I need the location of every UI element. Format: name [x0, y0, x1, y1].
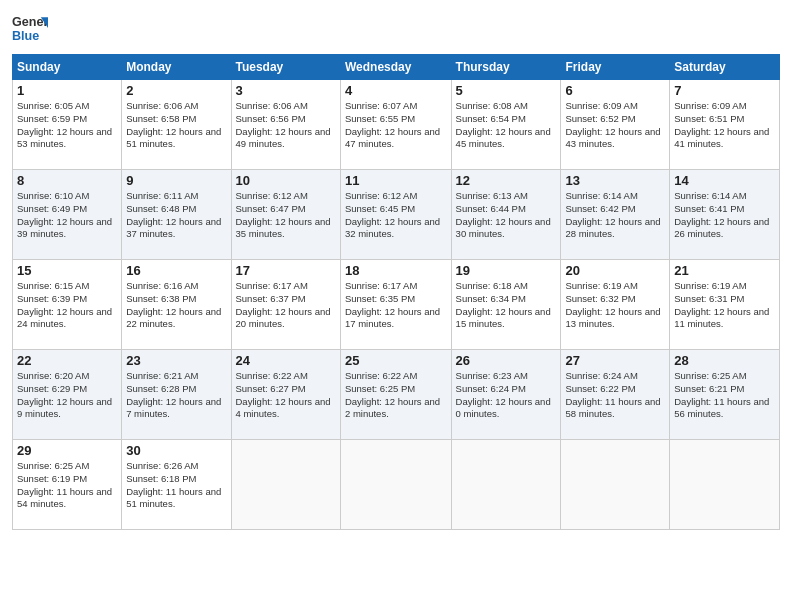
day-number: 23: [126, 353, 226, 368]
table-row: 8 Sunrise: 6:10 AMSunset: 6:49 PMDayligh…: [13, 170, 122, 260]
column-header-saturday: Saturday: [670, 55, 780, 80]
day-info: Sunrise: 6:07 AMSunset: 6:55 PMDaylight:…: [345, 100, 440, 149]
table-row: 9 Sunrise: 6:11 AMSunset: 6:48 PMDayligh…: [122, 170, 231, 260]
table-row: 24 Sunrise: 6:22 AMSunset: 6:27 PMDaylig…: [231, 350, 340, 440]
day-info: Sunrise: 6:13 AMSunset: 6:44 PMDaylight:…: [456, 190, 551, 239]
day-number: 24: [236, 353, 336, 368]
day-info: Sunrise: 6:12 AMSunset: 6:47 PMDaylight:…: [236, 190, 331, 239]
table-row: 22 Sunrise: 6:20 AMSunset: 6:29 PMDaylig…: [13, 350, 122, 440]
table-row: 18 Sunrise: 6:17 AMSunset: 6:35 PMDaylig…: [340, 260, 451, 350]
table-row: 30 Sunrise: 6:26 AMSunset: 6:18 PMDaylig…: [122, 440, 231, 530]
day-info: Sunrise: 6:12 AMSunset: 6:45 PMDaylight:…: [345, 190, 440, 239]
day-info: Sunrise: 6:20 AMSunset: 6:29 PMDaylight:…: [17, 370, 112, 419]
day-info: Sunrise: 6:17 AMSunset: 6:37 PMDaylight:…: [236, 280, 331, 329]
table-row: 4 Sunrise: 6:07 AMSunset: 6:55 PMDayligh…: [340, 80, 451, 170]
table-row: 3 Sunrise: 6:06 AMSunset: 6:56 PMDayligh…: [231, 80, 340, 170]
day-number: 30: [126, 443, 226, 458]
table-row: 10 Sunrise: 6:12 AMSunset: 6:47 PMDaylig…: [231, 170, 340, 260]
table-row: 17 Sunrise: 6:17 AMSunset: 6:37 PMDaylig…: [231, 260, 340, 350]
logo-icon: General Blue: [12, 10, 48, 46]
day-info: Sunrise: 6:23 AMSunset: 6:24 PMDaylight:…: [456, 370, 551, 419]
table-row: 6 Sunrise: 6:09 AMSunset: 6:52 PMDayligh…: [561, 80, 670, 170]
logo: General Blue: [12, 10, 48, 46]
day-number: 2: [126, 83, 226, 98]
day-number: 26: [456, 353, 557, 368]
table-row: [231, 440, 340, 530]
table-row: 25 Sunrise: 6:22 AMSunset: 6:25 PMDaylig…: [340, 350, 451, 440]
table-row: 29 Sunrise: 6:25 AMSunset: 6:19 PMDaylig…: [13, 440, 122, 530]
table-row: 5 Sunrise: 6:08 AMSunset: 6:54 PMDayligh…: [451, 80, 561, 170]
svg-text:Blue: Blue: [12, 29, 39, 43]
day-info: Sunrise: 6:09 AMSunset: 6:51 PMDaylight:…: [674, 100, 769, 149]
day-info: Sunrise: 6:10 AMSunset: 6:49 PMDaylight:…: [17, 190, 112, 239]
day-number: 5: [456, 83, 557, 98]
day-info: Sunrise: 6:06 AMSunset: 6:58 PMDaylight:…: [126, 100, 221, 149]
day-info: Sunrise: 6:22 AMSunset: 6:27 PMDaylight:…: [236, 370, 331, 419]
day-number: 17: [236, 263, 336, 278]
table-row: 1 Sunrise: 6:05 AMSunset: 6:59 PMDayligh…: [13, 80, 122, 170]
day-number: 20: [565, 263, 665, 278]
day-info: Sunrise: 6:24 AMSunset: 6:22 PMDaylight:…: [565, 370, 660, 419]
day-number: 13: [565, 173, 665, 188]
day-number: 8: [17, 173, 117, 188]
day-number: 16: [126, 263, 226, 278]
table-row: 14 Sunrise: 6:14 AMSunset: 6:41 PMDaylig…: [670, 170, 780, 260]
day-number: 4: [345, 83, 447, 98]
day-number: 25: [345, 353, 447, 368]
day-info: Sunrise: 6:17 AMSunset: 6:35 PMDaylight:…: [345, 280, 440, 329]
day-info: Sunrise: 6:25 AMSunset: 6:19 PMDaylight:…: [17, 460, 112, 509]
column-header-thursday: Thursday: [451, 55, 561, 80]
table-row: 26 Sunrise: 6:23 AMSunset: 6:24 PMDaylig…: [451, 350, 561, 440]
day-number: 11: [345, 173, 447, 188]
table-row: [451, 440, 561, 530]
day-number: 3: [236, 83, 336, 98]
day-info: Sunrise: 6:09 AMSunset: 6:52 PMDaylight:…: [565, 100, 660, 149]
day-number: 14: [674, 173, 775, 188]
column-header-monday: Monday: [122, 55, 231, 80]
table-row: 13 Sunrise: 6:14 AMSunset: 6:42 PMDaylig…: [561, 170, 670, 260]
day-number: 1: [17, 83, 117, 98]
calendar-table: SundayMondayTuesdayWednesdayThursdayFrid…: [12, 54, 780, 530]
table-row: 16 Sunrise: 6:16 AMSunset: 6:38 PMDaylig…: [122, 260, 231, 350]
day-info: Sunrise: 6:25 AMSunset: 6:21 PMDaylight:…: [674, 370, 769, 419]
day-number: 21: [674, 263, 775, 278]
day-number: 10: [236, 173, 336, 188]
day-info: Sunrise: 6:14 AMSunset: 6:41 PMDaylight:…: [674, 190, 769, 239]
table-row: 20 Sunrise: 6:19 AMSunset: 6:32 PMDaylig…: [561, 260, 670, 350]
day-number: 6: [565, 83, 665, 98]
table-row: 2 Sunrise: 6:06 AMSunset: 6:58 PMDayligh…: [122, 80, 231, 170]
table-row: 11 Sunrise: 6:12 AMSunset: 6:45 PMDaylig…: [340, 170, 451, 260]
day-number: 15: [17, 263, 117, 278]
day-info: Sunrise: 6:06 AMSunset: 6:56 PMDaylight:…: [236, 100, 331, 149]
table-row: 12 Sunrise: 6:13 AMSunset: 6:44 PMDaylig…: [451, 170, 561, 260]
day-info: Sunrise: 6:26 AMSunset: 6:18 PMDaylight:…: [126, 460, 221, 509]
column-header-sunday: Sunday: [13, 55, 122, 80]
table-row: [561, 440, 670, 530]
day-info: Sunrise: 6:21 AMSunset: 6:28 PMDaylight:…: [126, 370, 221, 419]
column-header-tuesday: Tuesday: [231, 55, 340, 80]
table-row: 15 Sunrise: 6:15 AMSunset: 6:39 PMDaylig…: [13, 260, 122, 350]
table-row: 7 Sunrise: 6:09 AMSunset: 6:51 PMDayligh…: [670, 80, 780, 170]
day-number: 7: [674, 83, 775, 98]
day-info: Sunrise: 6:15 AMSunset: 6:39 PMDaylight:…: [17, 280, 112, 329]
day-number: 22: [17, 353, 117, 368]
table-row: [340, 440, 451, 530]
table-row: 21 Sunrise: 6:19 AMSunset: 6:31 PMDaylig…: [670, 260, 780, 350]
day-number: 18: [345, 263, 447, 278]
day-info: Sunrise: 6:19 AMSunset: 6:32 PMDaylight:…: [565, 280, 660, 329]
day-number: 28: [674, 353, 775, 368]
day-info: Sunrise: 6:05 AMSunset: 6:59 PMDaylight:…: [17, 100, 112, 149]
day-number: 19: [456, 263, 557, 278]
day-info: Sunrise: 6:22 AMSunset: 6:25 PMDaylight:…: [345, 370, 440, 419]
day-number: 12: [456, 173, 557, 188]
day-info: Sunrise: 6:19 AMSunset: 6:31 PMDaylight:…: [674, 280, 769, 329]
day-number: 9: [126, 173, 226, 188]
day-info: Sunrise: 6:18 AMSunset: 6:34 PMDaylight:…: [456, 280, 551, 329]
day-info: Sunrise: 6:11 AMSunset: 6:48 PMDaylight:…: [126, 190, 221, 239]
table-row: 19 Sunrise: 6:18 AMSunset: 6:34 PMDaylig…: [451, 260, 561, 350]
table-row: 27 Sunrise: 6:24 AMSunset: 6:22 PMDaylig…: [561, 350, 670, 440]
day-info: Sunrise: 6:14 AMSunset: 6:42 PMDaylight:…: [565, 190, 660, 239]
table-row: 28 Sunrise: 6:25 AMSunset: 6:21 PMDaylig…: [670, 350, 780, 440]
day-number: 27: [565, 353, 665, 368]
day-number: 29: [17, 443, 117, 458]
